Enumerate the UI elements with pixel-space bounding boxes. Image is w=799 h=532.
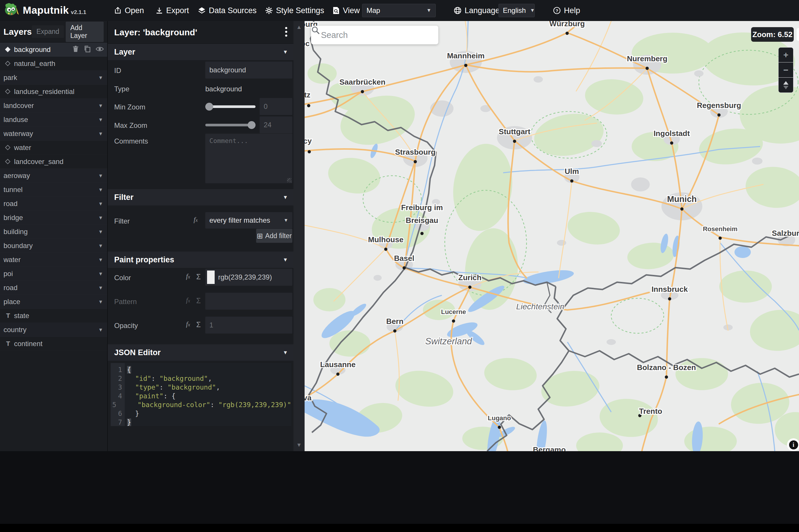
layer-list-item-road[interactable]: road▼ (0, 197, 107, 211)
layer-type-icon (5, 89, 10, 94)
scroll-down-icon[interactable]: ▼ (294, 442, 304, 448)
style-settings-menu-item[interactable]: Style Settings (265, 0, 324, 21)
delete-icon[interactable] (72, 45, 79, 54)
layer-list-item-background[interactable]: background (0, 43, 107, 57)
id-input[interactable]: background (205, 61, 292, 78)
chevron-down-icon[interactable]: ▼ (98, 173, 103, 179)
min-zoom-value[interactable]: 0 (260, 98, 292, 115)
layer-list-item-landcover[interactable]: landcover▼ (0, 99, 107, 113)
filter-label: Filter (114, 217, 130, 225)
open-menu-item[interactable]: Open (114, 0, 144, 21)
chevron-down-icon[interactable]: ▼ (98, 187, 103, 193)
chevron-down-icon[interactable]: ▼ (98, 299, 103, 305)
duplicate-icon[interactable] (84, 45, 91, 54)
paint-section-header[interactable]: Paint properties ▼ (108, 251, 294, 268)
view-menu-item[interactable]: View (332, 0, 360, 21)
add-layer-button[interactable]: Add Layer (66, 22, 104, 42)
comments-textarea[interactable]: Comment... (205, 134, 292, 183)
layer-list-item-water[interactable]: water▼ (0, 253, 107, 267)
editor-scrollbar[interactable]: ▲ ▼ (294, 21, 304, 451)
layer-list-item-bridge[interactable]: bridge▼ (0, 211, 107, 225)
expand-button[interactable]: Expand (32, 25, 64, 38)
layer-list-item-landuse_residential[interactable]: landuse_residential (0, 84, 107, 99)
map-search-box[interactable]: Search (311, 26, 438, 44)
layer-item-label: road (3, 200, 18, 208)
json-editor[interactable]: 1{2 "id": "background",3 "type": "backgr… (111, 363, 291, 426)
resize-grip-icon[interactable] (287, 178, 292, 183)
layer-list-item-state[interactable]: Tstate (0, 309, 107, 323)
layer-list-item-poi[interactable]: poi▼ (0, 267, 107, 281)
city-dot (566, 32, 569, 35)
view-select[interactable]: Map ▼ (362, 4, 436, 17)
zoom-level-badge: Zoom: 6.52 (751, 27, 794, 42)
attribution-info-button[interactable]: i (787, 438, 799, 451)
layer-list-item-road[interactable]: road▼ (0, 281, 107, 295)
chevron-down-icon[interactable]: ▼ (98, 215, 103, 221)
layer-list-item-building[interactable]: building▼ (0, 225, 107, 239)
export-menu-item[interactable]: Export (155, 0, 189, 21)
city-dot (308, 150, 311, 153)
pattern-input[interactable] (205, 293, 292, 310)
zoom-function-icon[interactable]: Σ (196, 272, 201, 281)
chevron-down-icon[interactable]: ▼ (98, 131, 103, 137)
layer-list-item-boundary[interactable]: boundary▼ (0, 239, 107, 253)
filter-combinator-select[interactable]: every filter matches ▼ (205, 212, 292, 228)
function-icon[interactable]: fx (186, 320, 190, 328)
zoom-out-button[interactable]: − (778, 62, 794, 78)
chevron-down-icon[interactable]: ▼ (98, 201, 103, 207)
function-icon[interactable]: fx (186, 272, 190, 280)
data-sources-menu-item[interactable]: Data Sources (198, 0, 257, 21)
zoom-in-button[interactable]: + (778, 47, 794, 62)
help-icon: ? (553, 6, 561, 15)
layer-list-item-waterway[interactable]: waterway▼ (0, 127, 107, 141)
map-render: bourgocWürzburgMannheimNurembergSaarbrüc… (304, 21, 799, 451)
max-zoom-thumb[interactable] (248, 121, 256, 129)
filter-section-header[interactable]: Filter ▼ (108, 189, 294, 206)
layer-list-item-country[interactable]: country▼ (0, 323, 107, 337)
chevron-down-icon[interactable]: ▼ (98, 243, 103, 249)
function-icon[interactable]: fx (193, 216, 198, 224)
layers-header: Layers Expand Add Layer (0, 21, 107, 43)
layer-list-item-natural_earth[interactable]: natural_earth (0, 57, 107, 71)
max-zoom-slider[interactable] (205, 116, 256, 133)
max-zoom-value[interactable]: 24 (260, 116, 292, 133)
layer-editor-title: Layer: 'background' (114, 27, 197, 37)
map-zoom-controls: + − (778, 47, 794, 93)
json-section-header[interactable]: JSON Editor ▼ (108, 344, 294, 361)
pitch-toggle-button[interactable] (778, 78, 794, 93)
color-input[interactable]: rgb(239,239,239) (205, 269, 292, 286)
filter-combinator-value: every filter matches (209, 216, 270, 224)
chevron-down-icon[interactable]: ▼ (98, 327, 103, 333)
scroll-up-icon[interactable]: ▲ (294, 24, 304, 30)
kebab-menu-icon[interactable] (285, 26, 287, 38)
language-select[interactable]: English ▼ (499, 4, 535, 17)
chevron-down-icon[interactable]: ▼ (98, 117, 103, 123)
chevron-down-icon[interactable]: ▼ (98, 257, 103, 263)
chevron-down-icon[interactable]: ▼ (98, 271, 103, 277)
language-label: Language (465, 6, 500, 15)
layer-list-item-water[interactable]: water (0, 141, 107, 155)
color-swatch[interactable] (207, 270, 215, 284)
min-zoom-thumb[interactable] (205, 103, 213, 111)
add-filter-button[interactable]: ⊞ Add filter (256, 229, 292, 243)
map-label: Rosenheim (703, 225, 738, 233)
chevron-down-icon[interactable]: ▼ (98, 285, 103, 291)
layer-list-item-park[interactable]: park▼ (0, 71, 107, 84)
layer-list-item-landcover_sand[interactable]: landcover_sand (0, 155, 107, 169)
layer-list-item-tunnel[interactable]: tunnel▼ (0, 183, 107, 197)
map-canvas[interactable]: bourgocWürzburgMannheimNurembergSaarbrüc… (304, 21, 799, 451)
layer-list-item-place[interactable]: place▼ (0, 295, 107, 309)
help-menu-item[interactable]: ? Help (553, 0, 580, 21)
layer-list-item-landuse[interactable]: landuse▼ (0, 113, 107, 127)
layer-list-item-continent[interactable]: Tcontinent (0, 337, 107, 351)
chevron-down-icon[interactable]: ▼ (98, 75, 103, 81)
layer-section-header[interactable]: Layer ▼ (108, 44, 294, 60)
layer-list-item-aeroway[interactable]: aeroway▼ (0, 169, 107, 183)
opacity-input[interactable]: 1 (205, 317, 292, 334)
visibility-icon[interactable] (96, 46, 104, 53)
chevron-down-icon[interactable]: ▼ (98, 103, 103, 109)
opacity-placeholder: 1 (209, 321, 213, 329)
zoom-function-icon[interactable]: Σ (196, 320, 201, 329)
min-zoom-slider[interactable] (205, 98, 256, 115)
chevron-down-icon[interactable]: ▼ (98, 229, 103, 235)
